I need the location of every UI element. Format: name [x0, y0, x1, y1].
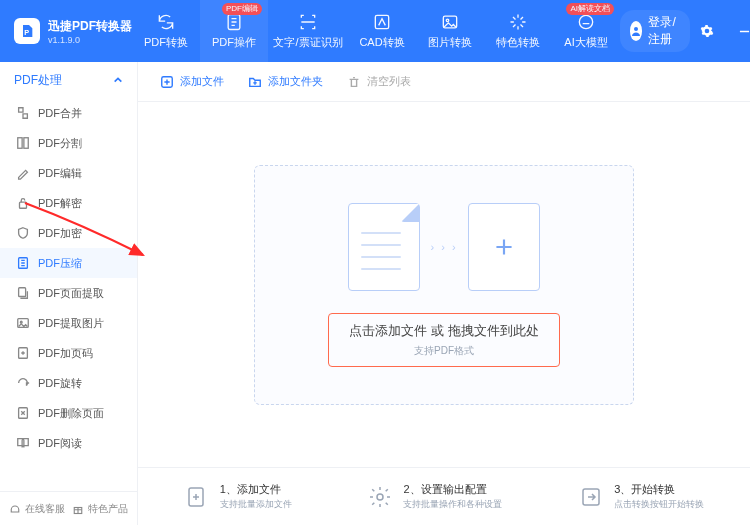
nav-pdf-operate[interactable]: PDF编辑 PDF操作 [200, 0, 268, 62]
chevron-up-icon [113, 75, 123, 85]
sidebar-item-merge[interactable]: PDF合并 [0, 98, 137, 128]
sidebar-item-rotate[interactable]: PDF旋转 [0, 368, 137, 398]
add-file-placeholder-icon [468, 203, 540, 291]
nav-cad[interactable]: CAD转换 [348, 0, 416, 62]
sidebar-item-extract-page[interactable]: PDF页面提取 [0, 278, 137, 308]
content-area: 添加文件 添加文件夹 清空列表 › › › 点击添加文件 或 拖拽文件到此处 支… [138, 62, 750, 525]
svg-rect-12 [19, 288, 26, 297]
dropzone-title: 点击添加文件 或 拖拽文件到此处 [349, 322, 538, 340]
step-1: 1、添加文件支持批量添加文件 [184, 482, 292, 511]
sidebar-footer: 在线客服 特色产品 [0, 491, 137, 525]
svg-point-5 [579, 15, 592, 28]
app-logo-icon: P [14, 18, 40, 44]
app-version: v1.1.9.0 [48, 35, 132, 45]
nav-pdf-convert[interactable]: PDF转换 [132, 0, 200, 62]
sidebar-item-add-number[interactable]: PDF加页码 [0, 338, 137, 368]
dropzone-text: 点击添加文件 或 拖拽文件到此处 支持PDF格式 [328, 313, 559, 367]
window-controls [731, 19, 750, 43]
step-add-icon [184, 484, 210, 510]
plus-file-icon [160, 75, 174, 89]
step-convert-icon [578, 484, 604, 510]
sidebar-header[interactable]: PDF处理 [0, 62, 137, 98]
svg-rect-9 [24, 138, 28, 149]
svg-point-20 [377, 494, 383, 500]
svg-rect-8 [18, 138, 22, 149]
step-config-icon [367, 484, 393, 510]
sparkle-icon [508, 12, 528, 32]
cad-icon [372, 12, 392, 32]
footer-support[interactable]: 在线客服 [9, 502, 65, 516]
ai-icon [576, 12, 596, 32]
page-extract-icon [16, 286, 30, 300]
svg-text:P: P [24, 28, 29, 37]
plus-folder-icon [248, 75, 262, 89]
dropzone-wrap: › › › 点击添加文件 或 拖拽文件到此处 支持PDF格式 [138, 102, 750, 467]
merge-icon [16, 106, 30, 120]
svg-rect-10 [20, 202, 27, 208]
split-icon [16, 136, 30, 150]
nav-ocr[interactable]: 文字/票证识别 [268, 0, 348, 62]
main-area: PDF处理 PDF合并 PDF分割 PDF编辑 PDF解密 PDF加密 PDF压… [0, 62, 750, 525]
arrow-right-icon: › › › [430, 241, 457, 253]
svg-point-6 [634, 27, 638, 31]
sidebar: PDF处理 PDF合并 PDF分割 PDF编辑 PDF解密 PDF加密 PDF压… [0, 62, 138, 525]
page-number-icon [16, 346, 30, 360]
minimize-button[interactable] [731, 19, 750, 43]
gear-icon [700, 24, 714, 38]
add-folder-button[interactable]: 添加文件夹 [238, 70, 333, 93]
sidebar-item-read[interactable]: PDF阅读 [0, 428, 137, 458]
sidebar-item-split[interactable]: PDF分割 [0, 128, 137, 158]
gift-icon [72, 503, 84, 515]
sidebar-item-edit[interactable]: PDF编辑 [0, 158, 137, 188]
step-2: 2、设置输出配置支持批量操作和各种设置 [367, 482, 502, 511]
sidebar-item-extract-image[interactable]: PDF提取图片 [0, 308, 137, 338]
image-extract-icon [16, 316, 30, 330]
top-nav: PDF转换 PDF编辑 PDF操作 文字/票证识别 CAD转换 图片转换 特色转… [132, 0, 620, 62]
scan-icon [298, 12, 318, 32]
clear-list-button[interactable]: 清空列表 [337, 70, 421, 93]
dropzone-subtitle: 支持PDF格式 [349, 344, 538, 358]
login-button[interactable]: 登录/注册 [620, 10, 690, 52]
pdf-rotate-icon [156, 12, 176, 32]
app-header: P 迅捷PDF转换器 v1.1.9.0 PDF转换 PDF编辑 PDF操作 文字… [0, 0, 750, 62]
nav-badge: AI解读文档 [566, 3, 614, 15]
svg-point-4 [446, 19, 449, 21]
headset-icon [9, 503, 21, 515]
add-file-button[interactable]: 添加文件 [150, 70, 234, 93]
pdf-doc-icon [224, 12, 244, 32]
sidebar-item-encrypt[interactable]: PDF加密 [0, 218, 137, 248]
footer-products[interactable]: 特色产品 [72, 502, 128, 516]
app-title: 迅捷PDF转换器 [48, 18, 132, 35]
unlock-icon [16, 196, 30, 210]
steps-bar: 1、添加文件支持批量添加文件 2、设置输出配置支持批量操作和各种设置 3、开始转… [138, 467, 750, 525]
edit-icon [16, 166, 30, 180]
nav-special[interactable]: 特色转换 [484, 0, 552, 62]
dropzone[interactable]: › › › 点击添加文件 或 拖拽文件到此处 支持PDF格式 [254, 165, 634, 405]
sidebar-list: PDF合并 PDF分割 PDF编辑 PDF解密 PDF加密 PDF压缩 PDF页… [0, 98, 137, 491]
file-icon [348, 203, 420, 291]
svg-point-14 [20, 321, 22, 323]
rotate-icon [16, 376, 30, 390]
settings-button[interactable] [698, 19, 715, 43]
compress-icon [16, 256, 30, 270]
sidebar-item-compress[interactable]: PDF压缩 [0, 248, 137, 278]
nav-image[interactable]: 图片转换 [416, 0, 484, 62]
delete-page-icon [16, 406, 30, 420]
app-brand: P 迅捷PDF转换器 v1.1.9.0 [0, 18, 132, 45]
avatar-icon [630, 21, 642, 41]
image-icon [440, 12, 460, 32]
toolbar: 添加文件 添加文件夹 清空列表 [138, 62, 750, 102]
step-3: 3、开始转换点击转换按钮开始转换 [578, 482, 704, 511]
read-icon [16, 436, 30, 450]
shield-icon [16, 226, 30, 240]
nav-ai[interactable]: AI解读文档 AI大模型 [552, 0, 620, 62]
header-right: 登录/注册 [620, 10, 750, 52]
trash-icon [347, 75, 361, 89]
nav-badge: PDF编辑 [222, 3, 262, 15]
sidebar-item-decrypt[interactable]: PDF解密 [0, 188, 137, 218]
sidebar-item-delete-page[interactable]: PDF删除页面 [0, 398, 137, 428]
dropzone-illustration: › › › [348, 203, 539, 291]
